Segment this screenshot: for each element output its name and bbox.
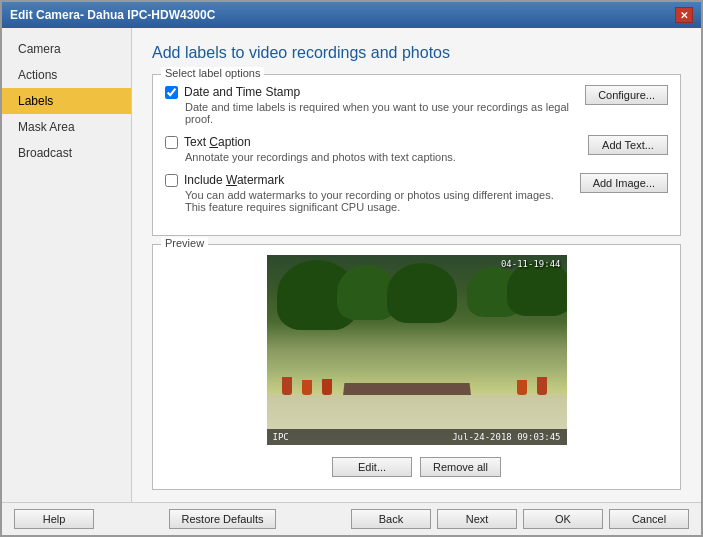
edit-button[interactable]: Edit... [332,457,412,477]
sidebar-item-mask-area[interactable]: Mask Area [2,114,131,140]
option-desc-watermark: You can add watermarks to your recording… [185,189,570,213]
preview-container: 04-11-19:44 IPC Jul-24-2018 09:03:45 Edi… [165,255,668,477]
pot5 [517,380,527,395]
decor-tree-3 [387,263,457,323]
overlay-timestamp: Jul-24-2018 09:03:45 [452,432,560,442]
remove-all-button[interactable]: Remove all [420,457,501,477]
option-button-text-caption[interactable]: Add Text... [588,135,668,155]
option-label-text-caption: Text Caption [184,135,251,149]
option-label-watermark: Include Watermark [184,173,284,187]
option-button-watermark[interactable]: Add Image... [580,173,668,193]
sidebar-item-camera[interactable]: Camera [2,36,131,62]
camera-scene [267,255,567,445]
section-legend: Select label options [161,67,264,79]
preview-section: Preview [152,244,681,490]
sidebar-item-broadcast[interactable]: Broadcast [2,140,131,166]
option-watermark: Include WatermarkYou can add watermarks … [165,173,668,213]
help-button[interactable]: Help [14,509,94,529]
sidebar-item-labels[interactable]: Labels [2,88,131,114]
checkbox-text-caption[interactable] [165,136,178,149]
pot3 [322,379,332,395]
overlay-bottom-bar: IPC Jul-24-2018 09:03:45 [267,429,567,445]
window-title: Edit Camera- Dahua IPC-HDW4300C [10,8,215,22]
main-panel: Add labels to video recordings and photo… [132,28,701,502]
pot1 [282,377,292,395]
ok-button[interactable]: OK [523,509,603,529]
camera-preview: 04-11-19:44 IPC Jul-24-2018 09:03:45 [267,255,567,445]
bottom-bar: Help Restore Defaults Back Next OK Cance… [2,502,701,535]
option-desc-text-caption: Annotate your recordings and photos with… [185,151,578,163]
bottom-left-buttons: Help [14,509,94,529]
content-area: CameraActionsLabelsMask AreaBroadcast Ad… [2,28,701,502]
option-content-watermark: Include WatermarkYou can add watermarks … [165,173,570,213]
options-section: Select label options Date and Time Stamp… [152,74,681,236]
option-button-date-time[interactable]: Configure... [585,85,668,105]
option-label-date-time: Date and Time Stamp [184,85,300,99]
option-content-date-time: Date and Time StampDate and time labels … [165,85,575,125]
option-text-caption: Text CaptionAnnotate your recordings and… [165,135,668,163]
close-button[interactable]: ✕ [675,7,693,23]
checkbox-watermark[interactable] [165,174,178,187]
options-container: Date and Time StampDate and time labels … [165,85,668,213]
cancel-button[interactable]: Cancel [609,509,689,529]
next-button[interactable]: Next [437,509,517,529]
option-content-text-caption: Text CaptionAnnotate your recordings and… [165,135,578,163]
preview-buttons: Edit... Remove all [332,457,501,477]
option-date-time: Date and Time StampDate and time labels … [165,85,668,125]
preview-legend: Preview [161,237,208,249]
sidebar-item-actions[interactable]: Actions [2,62,131,88]
decor-tree-5 [507,261,567,316]
overlay-ipc-label: IPC [273,432,289,442]
sidebar: CameraActionsLabelsMask AreaBroadcast [2,28,132,502]
title-bar: Edit Camera- Dahua IPC-HDW4300C ✕ [2,2,701,28]
main-window: Edit Camera- Dahua IPC-HDW4300C ✕ Camera… [0,0,703,537]
bottom-center-buttons: Restore Defaults [169,509,277,529]
checkbox-date-time[interactable] [165,86,178,99]
option-desc-date-time: Date and time labels is required when yo… [185,101,575,125]
bottom-right-buttons: Back Next OK Cancel [351,509,689,529]
restore-defaults-button[interactable]: Restore Defaults [169,509,277,529]
pot2 [302,380,312,395]
pot4 [537,377,547,395]
page-title: Add labels to video recordings and photo… [152,44,681,62]
overlay-top-timestamp: 04-11-19:44 [501,259,561,269]
back-button[interactable]: Back [351,509,431,529]
